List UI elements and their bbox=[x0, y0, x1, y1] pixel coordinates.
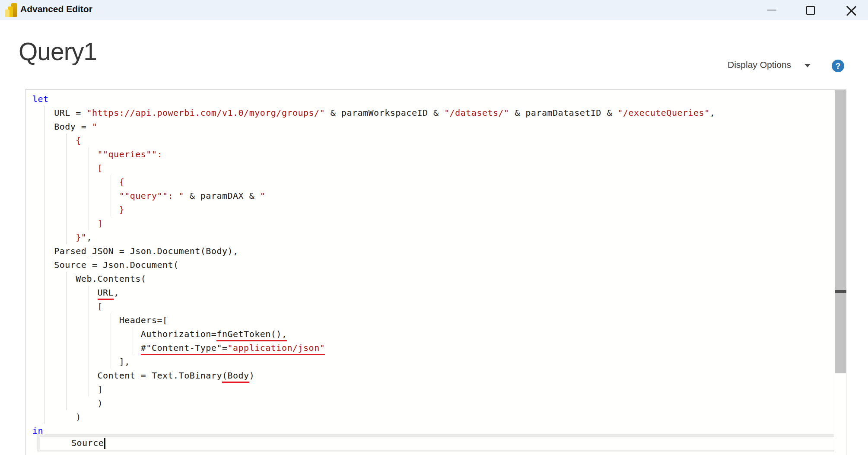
code-line: }", bbox=[32, 230, 833, 244]
code-line: Source = Json.Document( bbox=[32, 258, 833, 272]
code-line: Body = " bbox=[32, 120, 833, 134]
code-line: URL = "https://api.powerbi.com/v1.0/myor… bbox=[32, 106, 833, 120]
help-icon: ? bbox=[836, 61, 841, 70]
code-line: URL, bbox=[32, 286, 833, 299]
indent-guide bbox=[111, 175, 111, 216]
code-line: Authorization=fnGetToken(), bbox=[32, 327, 833, 341]
vertical-scrollbar[interactable] bbox=[834, 90, 846, 455]
indent-guide bbox=[133, 327, 133, 355]
close-icon bbox=[846, 5, 856, 16]
maximize-icon bbox=[806, 6, 815, 15]
power-bi-icon bbox=[5, 3, 18, 17]
scrollbar-grip[interactable] bbox=[835, 290, 846, 293]
indent-guide bbox=[44, 106, 45, 424]
code-line: ""query"": " & paramDAX & " bbox=[32, 189, 833, 203]
chevron-down-icon[interactable] bbox=[804, 64, 811, 67]
code-line: Headers=[ bbox=[32, 313, 833, 327]
code-line: { bbox=[32, 134, 833, 147]
help-button[interactable]: ? bbox=[832, 60, 844, 72]
current-line-text: Source bbox=[71, 438, 104, 448]
code-line: { bbox=[32, 175, 833, 189]
code-line: ], bbox=[32, 355, 833, 369]
indent-guide bbox=[66, 134, 67, 244]
indent-guide bbox=[89, 286, 89, 396]
window-title: Advanced Editor bbox=[20, 4, 92, 14]
code-line: Parsed_JSON = Json.Document(Body), bbox=[32, 244, 833, 258]
code-line: ""queries"": bbox=[32, 147, 833, 161]
code-line: #"Content-Type"="application/json" bbox=[32, 341, 833, 355]
indent-guide bbox=[89, 147, 89, 230]
code-lines: let URL = "https://api.powerbi.com/v1.0/… bbox=[32, 92, 833, 438]
code-line: [ bbox=[32, 161, 833, 175]
code-line: let bbox=[32, 92, 833, 106]
code-line: Content = Text.ToBinary(Body) bbox=[32, 369, 833, 382]
code-line: ] bbox=[32, 216, 833, 230]
text-cursor bbox=[104, 438, 105, 449]
scrollbar-thumb[interactable] bbox=[835, 90, 846, 373]
code-line: Web.Contents( bbox=[32, 272, 833, 286]
code-line: } bbox=[32, 203, 833, 216]
power-bi-icon-bar bbox=[5, 10, 10, 17]
page-title: Query1 bbox=[19, 37, 97, 66]
code-line: [ bbox=[32, 299, 833, 313]
code-line: ) bbox=[32, 396, 833, 410]
code-line: ] bbox=[32, 382, 833, 396]
code-editor[interactable]: let URL = "https://api.powerbi.com/v1.0/… bbox=[25, 89, 846, 455]
minimize-icon bbox=[767, 10, 776, 11]
indent-guide bbox=[111, 313, 111, 369]
code-line: ) bbox=[32, 410, 833, 424]
current-line[interactable]: Source bbox=[40, 436, 845, 450]
display-options-button[interactable]: Display Options bbox=[728, 60, 791, 70]
titlebar: Advanced Editor bbox=[0, 0, 868, 20]
indent-guide bbox=[66, 272, 67, 410]
